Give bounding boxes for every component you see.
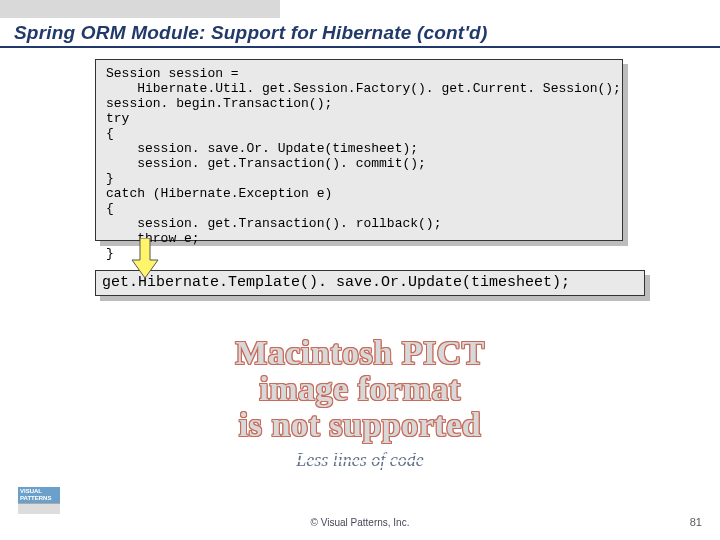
pict-line-3: is not supported [239,406,481,443]
logo-footer [18,503,60,514]
copyright-text: © Visual Patterns, Inc. [0,517,720,528]
visual-patterns-logo: VISUAL PATTERNS [18,487,60,514]
title-underline [0,46,720,48]
pict-line-2: image format [259,370,460,407]
arrow-down-icon [130,238,160,278]
page-number: 81 [690,516,702,528]
top-decor-bar [0,0,280,18]
caption-whiteout [265,460,445,462]
slide-title: Spring ORM Module: Support for Hibernate… [14,22,487,44]
code-block-after: get.Hibernate.Template(). save.Or.Update… [95,270,645,296]
pict-line-1: Macintosh PICT [235,334,485,371]
logo-text: VISUAL PATTERNS [18,487,60,503]
pict-unsupported-message: Macintosh PICT image format is not suppo… [0,335,720,443]
code-block-before: Session session = Hibernate.Util. get.Se… [95,59,623,241]
